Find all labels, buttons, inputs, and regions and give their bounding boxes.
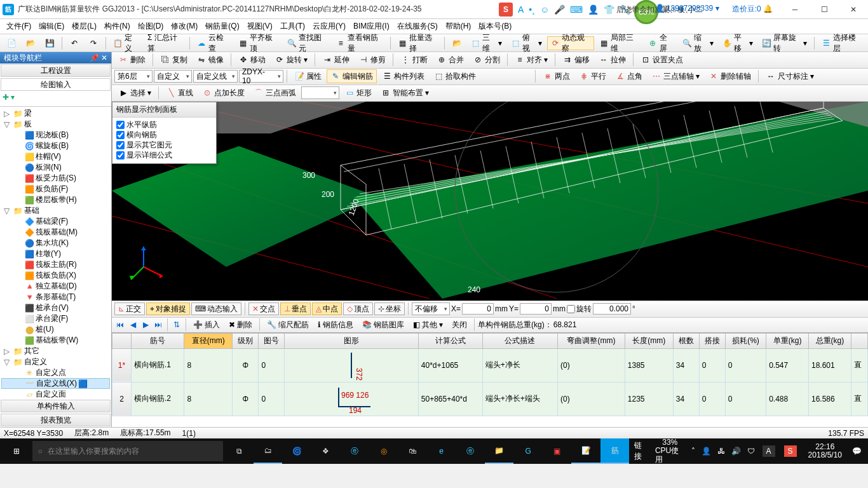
menu-cloud[interactable]: 云应用(Y) [309,21,349,32]
menu-tools[interactable]: 工具(T) [276,21,309,32]
smile-icon[interactable]: ☺ [540,4,549,15]
undo-button[interactable]: ↶ [65,36,83,50]
rebar-grid[interactable]: 筋号直径(mm)级别图号图形计算公式公式描述弯曲调整(mm)长度(mm)根数搭接… [112,332,868,427]
menu-file[interactable]: 文件(F) [3,21,35,32]
tree-node[interactable]: 🔵集水坑(K) [1,238,110,248]
tb-browser-icon[interactable]: ◎ [369,438,398,464]
other-button[interactable]: ◧其他 ▾ [409,318,447,332]
edit-rebar-button[interactable]: ✎编辑钢筋 [327,69,377,83]
tree-node[interactable]: ✳自定义点 [1,367,110,378]
local3d-button[interactable]: ▦局部三维 [595,36,643,50]
redo-button[interactable]: ↷ [85,36,102,50]
menu-view[interactable]: 视图(V) [243,21,276,32]
tray-cpu[interactable]: 33%CPU使用 [655,438,685,464]
point-length-tool[interactable]: ⊙点加长度 [198,86,248,100]
two-point-button[interactable]: ⋇两点 [539,69,574,83]
tree-add-icon[interactable]: ✚ [3,93,9,102]
tree-node[interactable]: 🔺独立基础(D) [1,281,110,292]
component-select[interactable]: ZDYX-10 [239,70,283,83]
credit-balance[interactable]: 造价豆:0 🔔 [732,4,773,15]
tree-node[interactable]: 🔷基础梁(F) [1,216,110,227]
tb-app1-icon[interactable]: 🌀 [282,438,311,464]
insert-row-button[interactable]: ➕插入 [189,318,224,332]
rotate-check[interactable] [567,305,575,313]
tray-safe-icon[interactable]: 🛡 [747,447,755,456]
taskbar-search[interactable]: ○ 在这里输入你要搜索的内容 [32,441,223,461]
merge-button[interactable]: ⊕合并 [433,53,468,67]
menu-component[interactable]: 构件(N) [100,21,134,32]
tray-vol-icon[interactable]: 🔊 [731,447,741,456]
dynamic-view-button[interactable]: ⟳动态观察 [547,36,595,50]
account-phone[interactable]: 👤 13907298339 ▾ [655,4,719,15]
user-icon[interactable]: 👤 [588,4,599,15]
tray-link-label[interactable]: 链接 [634,440,649,462]
point-angle-button[interactable]: ∡点角 [611,69,646,83]
scale-rebar-button[interactable]: 🔧缩尺配筋 [263,318,313,332]
rotate-input[interactable] [593,303,631,315]
offset-button[interactable]: ⇉偏移 [559,53,593,67]
sidebar-close-icon[interactable]: ✕ [101,53,107,62]
font-icon[interactable]: A [518,4,524,15]
mic-icon[interactable]: 🎤 [554,4,565,15]
menu-edit[interactable]: 编辑(E) [35,21,68,32]
property-button[interactable]: 📝属性 [290,69,325,83]
line-tool[interactable]: ╲直线 [162,86,197,100]
rebar-display-panel[interactable]: 钢筋显示控制面板 水平纵筋 横向钢筋 显示其它图元 显示详细公式 [112,102,217,164]
tb-store-icon[interactable]: 🛍 [398,438,426,464]
zoom-button[interactable]: 🔍缩放 ▾ [679,36,717,50]
comp-list-button[interactable]: ☰构件列表 [378,69,428,83]
delete-button[interactable]: ✂删除 [114,53,149,67]
keyboard-icon[interactable]: ⌨ [570,4,583,15]
close-panel-button[interactable]: 关闭 [448,318,471,332]
tb-explorer-icon[interactable]: 🗂 [254,438,282,464]
aux3-button[interactable]: ⋯三点辅轴 ▾ [648,69,703,83]
align-button[interactable]: ≡对齐 ▾ [511,53,552,67]
smart-layout-tool[interactable]: ⊞智能布置 ▾ [377,86,433,100]
select-floor-button[interactable]: ☰选择楼层 [818,36,865,50]
rebar-check[interactable]: 水平纵筋 [116,120,212,130]
rotate-button[interactable]: ⟳旋转 ▾ [271,53,311,67]
define-button[interactable]: 📋定义 [109,36,142,50]
mirror-button[interactable]: ⇋镜像 [193,53,227,67]
rebar-check[interactable]: 显示详细公式 [116,151,212,161]
3d-button[interactable]: ⬚三维 ▾ [467,36,506,50]
tb-cad-icon[interactable]: ▣ [543,438,571,464]
sogou-badge-icon[interactable]: S [499,3,513,17]
sidebar-tab-draw[interactable]: 绘图输入 [1,78,111,91]
menu-rebar[interactable]: 钢筋量(Q) [201,21,243,32]
tray-ime-s[interactable]: S [784,445,797,457]
tree-dd-icon[interactable]: ▾ [11,93,15,102]
dot-icon[interactable]: •¸ [529,4,535,15]
setclip-button[interactable]: ⊡设置夹点 [637,53,687,67]
screen-rotate-button[interactable]: 🔄屏幕旋转 ▾ [758,36,811,50]
arc3-tool[interactable]: ⌒三点画弧 [250,86,300,100]
tree-node[interactable]: 🟧筏板负筋(X) [1,270,110,281]
component-tree[interactable]: ▷📁梁▽📁板🟦现浇板(B)🌀螺旋板(B)🟨柱帽(V)🔵板洞(N)🟥板受力筋(S)… [0,107,111,399]
flat-slab-button[interactable]: ▦平齐板顶 [234,36,282,50]
iso-button[interactable]: 📂 [448,36,466,50]
arc-mode-select[interactable] [301,86,339,99]
maximize-button[interactable]: ☐ [810,0,839,19]
nav-prev[interactable]: ◀ [127,320,139,329]
nav-first[interactable]: ⏮ [114,320,126,329]
coord-toggle[interactable]: ⊹坐标 [374,302,405,315]
tree-node[interactable]: 〰自定义线(X)🟦 [1,378,110,389]
save-button[interactable]: 💾 [41,36,58,50]
y-input[interactable] [520,303,552,315]
rect-tool[interactable]: ▭矩形 [341,86,376,100]
category-select[interactable]: 自定义 [154,70,192,83]
tb-note-icon[interactable]: 📝 [571,438,600,464]
menu-help[interactable]: 帮助(H) [442,21,475,32]
intersect-toggle[interactable]: ✕交点 [248,302,279,315]
split-button[interactable]: ⊘分割 [469,53,504,67]
close-button[interactable]: ✕ [839,0,868,19]
break-button[interactable]: ⋮打断 [397,53,431,67]
dyn-input-toggle[interactable]: ⌨动态输入 [191,302,241,315]
tray-people-icon[interactable]: 👤 [702,447,711,456]
tree-node[interactable]: ▱自定义面 [1,389,110,399]
tree-node[interactable]: 🟦柱墩(Y) [1,248,110,259]
tray-up-icon[interactable]: ˄ [691,447,695,456]
nav-last[interactable]: ⏭ [153,320,164,329]
tree-node[interactable]: 🟩楼层板带(H) [1,194,110,205]
tree-node[interactable]: ⬤桩(U) [1,324,110,335]
